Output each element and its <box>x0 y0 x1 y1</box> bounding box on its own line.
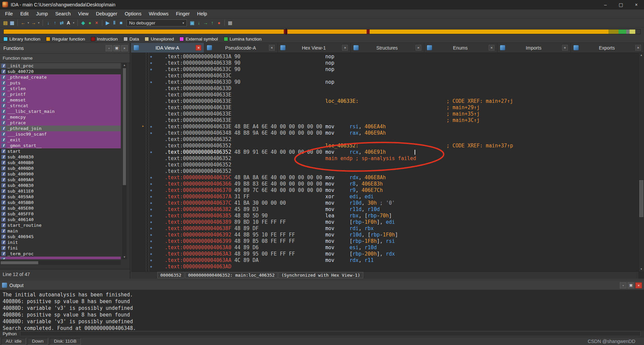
menu-search[interactable]: Search <box>52 9 74 18</box>
menu-options[interactable]: Options <box>121 9 145 18</box>
function-list-item[interactable]: f_memcpy <box>0 114 121 120</box>
menu-edit[interactable]: Edit <box>16 9 32 18</box>
scroll-up-icon[interactable]: ▲ <box>639 53 644 57</box>
close-button[interactable]: × <box>121 45 128 51</box>
cli-language-label[interactable]: Python <box>3 331 17 336</box>
function-list-item[interactable]: fsub_4059A0 <box>0 194 121 200</box>
disasm-line[interactable]: .text:000000000040635C 48 BA 8A 6E 40 00… <box>131 175 638 181</box>
debugger-start-icon[interactable]: ▶ <box>104 19 111 26</box>
disasm-line[interactable]: .text:0000000000406352 <box>131 136 638 143</box>
function-list-item[interactable]: fsub_4008B0 <box>0 160 121 165</box>
function-list-item[interactable]: fsub_400B30 <box>0 183 121 188</box>
step-into-icon[interactable]: ↓ <box>196 19 202 26</box>
disasm-line[interactable]: .text:0000000000406392 44 8B 95 10 FE FF… <box>131 232 638 238</box>
disasm-line[interactable]: .text:0000000000406352 <box>131 162 638 168</box>
function-list-item[interactable]: f_strlen <box>0 86 121 91</box>
menu-jump[interactable]: Jump <box>32 9 51 18</box>
debugger-pause-icon[interactable]: ‖ <box>111 19 118 26</box>
tab-ida-view-a[interactable]: IDA View-A× <box>131 43 204 53</box>
disasm-line[interactable]: .text:00000000004063A0 44 89 D6 mov esi,… <box>131 245 638 251</box>
tab-hex-view-1[interactable]: Hex View-1× <box>278 43 351 53</box>
disasm-line[interactable]: .text:000000000040633E ; main+29↑j <box>131 105 638 111</box>
tab-close-icon[interactable]: × <box>269 45 275 51</box>
menu-windows[interactable]: Windows <box>145 9 172 18</box>
disasm-line[interactable]: .text:0000000000406382 45 89 D3 mov r11d… <box>131 206 638 213</box>
disasm-line[interactable]: .text:00000000004063AD <box>131 264 638 270</box>
function-list-item[interactable]: fsub_405BB0 <box>0 200 121 205</box>
close-button[interactable]: × <box>635 282 642 288</box>
maximize-button[interactable]: ▫ <box>620 282 627 288</box>
cancel-analysis-icon[interactable]: × <box>93 19 100 26</box>
function-list-item[interactable]: fsub_406140 <box>0 217 121 222</box>
function-list-item[interactable]: f_exit <box>0 137 121 143</box>
float-button[interactable]: ▣ <box>113 45 120 51</box>
disasm-line[interactable]: .text:000000000040633C 90 nop <box>131 66 638 73</box>
function-list-item[interactable]: fsub_400900 <box>0 171 121 177</box>
tab-pseudocode-a[interactable]: Pseudocode-A× <box>204 43 277 53</box>
disasm-line[interactable]: .text:0000000000406370 49 B9 7C 6E 40 00… <box>131 187 638 194</box>
debugger-stop-icon[interactable]: ■ <box>118 19 124 26</box>
tab-enums[interactable]: Enums× <box>424 43 497 53</box>
scroll-up-icon[interactable]: ▲ <box>122 63 127 67</box>
search-text-icon[interactable]: A <box>65 19 72 26</box>
run-until-return-icon[interactable]: ↑ <box>209 19 216 26</box>
scrollbar-thumb[interactable] <box>639 180 643 217</box>
disasm-line[interactable]: .text:000000000040633B 90 nop <box>131 60 638 66</box>
function-list-item[interactable]: fsub_400830 <box>0 154 121 160</box>
menu-finger[interactable]: Finger <box>172 9 193 18</box>
disasm-line[interactable]: .text:0000000000406352 loc_406352: ; COD… <box>131 143 638 149</box>
function-list-item[interactable]: f_ptrace <box>0 120 121 126</box>
tab-close-icon[interactable]: × <box>416 45 421 51</box>
disasm-line[interactable]: .text:000000000040633E ; main+3C↑j <box>131 117 638 124</box>
tab-close-icon[interactable]: × <box>489 45 494 51</box>
disasm-line[interactable]: .text:000000000040637A 31 FF xor edi, ed… <box>131 194 638 200</box>
function-name-column-header[interactable]: Function name <box>0 54 130 63</box>
disasm-line[interactable]: .text:0000000000406348 48 B8 9A 6E 40 00… <box>131 130 638 136</box>
function-list-item[interactable]: f___isoc99_scanf <box>0 131 121 137</box>
menu-help[interactable]: Help <box>194 9 211 18</box>
analysis-ok-icon[interactable]: ● <box>87 19 93 26</box>
navigate-back-dropdown-icon[interactable]: ▾ <box>26 19 30 26</box>
window-minimize-button[interactable]: – <box>598 0 613 9</box>
function-list-item[interactable]: fmain <box>0 228 121 234</box>
function-list-vertical-scrollbar[interactable]: ▲ ▼ <box>122 63 127 259</box>
disasm-line[interactable]: .text:0000000000406352 main endp ; sp-an… <box>131 155 638 162</box>
function-list-item[interactable]: finit <box>0 239 121 245</box>
function-list-item[interactable]: f_puts <box>0 80 121 86</box>
scrollbar-thumb[interactable] <box>1 261 38 264</box>
function-list-item[interactable]: fstart <box>0 148 121 154</box>
disasm-line[interactable]: .text:000000000040637C 41 BA 30 00 00 00… <box>131 200 638 206</box>
function-list-item[interactable]: f_pthread_create <box>0 74 121 80</box>
new-file-icon[interactable]: ▤ <box>2 19 9 26</box>
function-list-item[interactable]: f_printf <box>0 91 121 97</box>
tab-close-icon[interactable]: × <box>635 45 641 51</box>
window-maximize-button[interactable]: ▢ <box>613 0 629 9</box>
dock-button[interactable]: ▣ <box>628 282 634 288</box>
disassembly-vertical-scrollbar[interactable]: ▲ ▼ <box>638 53 644 271</box>
debugger-combo[interactable]: No debugger ▾ <box>126 19 187 26</box>
tab-close-icon[interactable]: × <box>196 45 201 51</box>
tab-close-icon[interactable]: × <box>562 45 568 51</box>
menu-file[interactable]: File <box>1 9 16 18</box>
tab-exports[interactable]: Exports× <box>571 43 644 53</box>
disasm-line[interactable]: .text:0000000000406352 48 B9 91 6E 40 00… <box>131 149 638 155</box>
function-list-item[interactable]: ffini <box>0 245 121 251</box>
function-list-item[interactable]: f___libc_start_main <box>0 109 121 114</box>
save-file-icon[interactable]: ▦ <box>9 19 15 26</box>
snapshot-icon[interactable]: ▦ <box>227 19 233 26</box>
tab-imports[interactable]: Imports× <box>497 43 571 53</box>
disasm-line[interactable]: .text:000000000040633E ; main+35↑j <box>131 111 638 117</box>
restore-button[interactable]: ▫ <box>106 45 112 51</box>
function-list-item[interactable]: f_memset <box>0 97 121 103</box>
disassembly-view[interactable]: .text:000000000040633A 90 nop .text:0000… <box>131 53 644 279</box>
disasm-line[interactable]: .text:0000000000406385 48 8D 5D 90 lea r… <box>131 213 638 219</box>
disasm-line[interactable]: .text:000000000040633A 90 nop <box>131 54 638 60</box>
debugger-attach-icon[interactable]: ▣ <box>189 19 196 26</box>
function-list-item[interactable]: f_strncat <box>0 103 121 109</box>
jump-to-address-icon[interactable]: ↓ <box>45 19 52 26</box>
menu-view[interactable]: View <box>74 9 92 18</box>
function-list-item[interactable]: f_pthread_join <box>0 126 121 131</box>
function-list-item[interactable]: fsub_4009A0 <box>0 177 121 183</box>
jump-by-name-icon[interactable]: ↑ <box>52 19 58 26</box>
disasm-line[interactable]: .text:0000000000406399 48 89 B5 08 FE FF… <box>131 238 638 245</box>
